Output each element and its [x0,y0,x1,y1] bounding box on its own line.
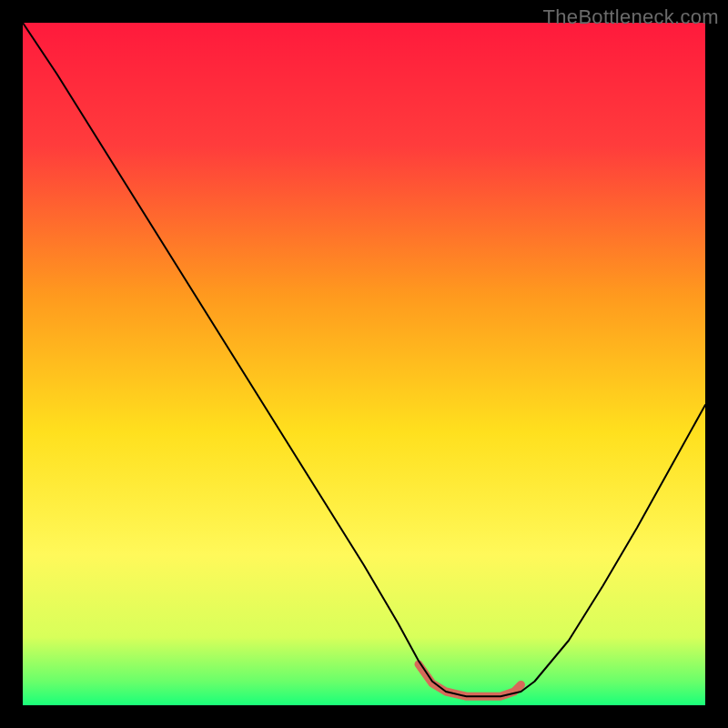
chart-svg [23,23,705,705]
watermark-text: TheBottleneck.com [543,5,719,29]
gradient-background [23,23,705,705]
bottleneck-chart [23,23,705,705]
chart-container: TheBottleneck.com [0,0,728,728]
